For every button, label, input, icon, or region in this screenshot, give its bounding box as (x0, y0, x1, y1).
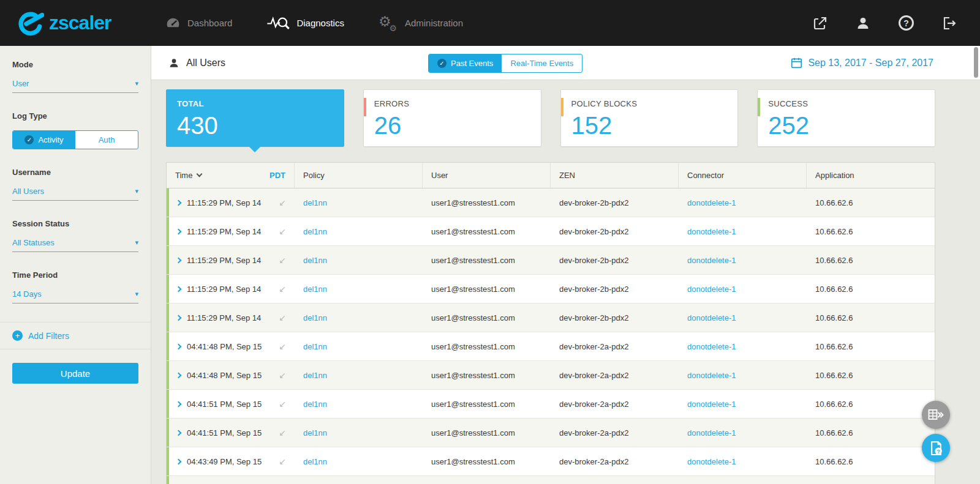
table-row[interactable]: 11:15:29 PM, Sep 14↙ del1nn user1@stress… (167, 217, 935, 246)
add-filters-button[interactable]: + Add Filters (0, 322, 151, 349)
past-events-tab[interactable]: ✓ Past Events (429, 54, 502, 72)
expand-chevron-icon[interactable] (176, 228, 182, 234)
table-row[interactable]: 11:15:29 PM, Sep 14↙ del1nn user1@stress… (167, 275, 935, 303)
stat-card-success[interactable]: SUCCESS 252 (757, 89, 935, 147)
log-type-auth-tab[interactable]: Auth (75, 131, 138, 149)
mode-value: User (12, 79, 29, 88)
table-row[interactable]: 04:41:51 PM, Sep 15↙ del1nn user1@stress… (167, 419, 935, 447)
stat-value: 26 (374, 113, 530, 138)
table-row[interactable]: 04:41:51 PM, Sep 15↙ del1nn user1@stress… (167, 390, 935, 419)
username-value: All Users (12, 187, 44, 196)
update-button[interactable]: Update (12, 363, 138, 384)
column-header-policy[interactable]: Policy (295, 163, 423, 188)
help-button[interactable]: ? (899, 15, 914, 31)
column-header-connector[interactable]: Connector (679, 163, 807, 188)
connector-link[interactable]: donotdelete-1 (687, 198, 736, 207)
connector-link[interactable]: donotdelete-1 (687, 313, 736, 322)
time-period-select[interactable]: 14 Days ▾ (12, 289, 138, 303)
cell-application: 10.66.62.6 (807, 332, 935, 360)
policy-link[interactable]: del1nn (303, 313, 327, 322)
connector-link[interactable]: donotdelete-1 (687, 457, 736, 466)
check-icon: ✓ (437, 59, 447, 68)
open-in-new-icon (813, 16, 827, 31)
cell-time: 11:15:29 PM, Sep 14↙ (167, 303, 295, 332)
table-row[interactable]: 11:15:29 PM, Sep 14↙ del1nn user1@stress… (167, 303, 935, 332)
cell-application: 10.66.62.6 (807, 303, 935, 332)
table-row[interactable]: 11:15:29 PM, Sep 14↙ del1nn user1@stress… (167, 246, 935, 275)
page-title: All Users (186, 58, 225, 69)
connector-link[interactable]: donotdelete-1 (687, 256, 736, 265)
user-icon (856, 16, 870, 31)
table-row[interactable]: 11:15:29 PM, Sep 14↙ del1nn user1@stress… (167, 188, 935, 217)
policy-link[interactable]: del1nn (303, 227, 327, 236)
table-row[interactable]: 04:41:48 PM, Sep 15↙ del1nn user1@stress… (167, 332, 935, 361)
expand-chevron-icon[interactable] (176, 458, 182, 464)
remote-assistance-button[interactable] (813, 16, 827, 31)
expand-chevron-icon[interactable] (176, 199, 182, 206)
username-select[interactable]: All Users ▾ (12, 187, 138, 201)
date-range-text: Sep 13, 2017 - Sep 27, 2017 (808, 58, 933, 69)
logout-icon (942, 16, 957, 31)
log-type-activity-tab[interactable]: ✓ Activity (13, 131, 75, 149)
export-panel-button[interactable] (922, 401, 950, 429)
success-accent-bar (758, 98, 760, 116)
cell-user: user1@stresstest1.com (423, 217, 551, 245)
nav-item-dashboard[interactable]: Dashboard (165, 15, 232, 31)
table-row[interactable]: 04:41:48 PM, Sep 15↙ del1nn user1@stress… (167, 361, 935, 390)
table-row-partial[interactable] (167, 476, 935, 484)
inbound-arrow-icon: ↙ (279, 226, 286, 236)
expand-chevron-icon[interactable] (176, 315, 182, 321)
nav-item-diagnostics[interactable]: Diagnostics (266, 15, 344, 31)
column-header-time[interactable]: Time PDT (167, 163, 295, 188)
inbound-arrow-icon: ↙ (279, 313, 286, 322)
expand-chevron-icon[interactable] (176, 286, 182, 292)
chevron-down-icon: ▾ (135, 187, 138, 195)
mode-label: Mode (12, 60, 138, 69)
expand-chevron-icon[interactable] (176, 430, 182, 436)
connector-link[interactable]: donotdelete-1 (687, 227, 736, 236)
nav-item-administration[interactable]: ⚙ ⚙ Administration (379, 15, 463, 31)
connector-link[interactable]: donotdelete-1 (687, 371, 736, 380)
connector-link[interactable]: donotdelete-1 (687, 342, 736, 351)
expand-chevron-icon[interactable] (176, 257, 182, 263)
column-header-user[interactable]: User (423, 163, 551, 188)
table-row[interactable]: 04:43:49 PM, Sep 15↙ del1nn user1@stress… (167, 447, 935, 476)
cell-user: user1@stresstest1.com (423, 419, 551, 447)
policy-link[interactable]: del1nn (303, 256, 327, 265)
top-navbar: zscaler Dashboard Diagnostics ⚙ ⚙ Admin (0, 0, 980, 46)
expand-chevron-icon[interactable] (176, 343, 182, 349)
cell-connector: donotdelete-1 (679, 419, 807, 447)
policy-link[interactable]: del1nn (303, 198, 327, 207)
account-button[interactable] (856, 16, 870, 31)
zscaler-logo[interactable]: zscaler (13, 10, 149, 36)
expand-chevron-icon[interactable] (176, 372, 182, 378)
policy-link[interactable]: del1nn (303, 457, 327, 466)
column-header-zen[interactable]: ZEN (551, 163, 679, 188)
session-status-select[interactable]: All Statuses ▾ (12, 238, 138, 252)
policy-link[interactable]: del1nn (303, 285, 327, 294)
expand-chevron-icon[interactable] (176, 401, 182, 407)
connector-link[interactable]: donotdelete-1 (687, 285, 736, 294)
connector-link[interactable]: donotdelete-1 (687, 428, 736, 437)
time-period-value: 14 Days (12, 289, 42, 299)
help-report-button[interactable]: ? (922, 434, 950, 462)
session-status-value: All Statuses (12, 238, 55, 247)
date-range-picker[interactable]: Sep 13, 2017 - Sep 27, 2017 (791, 57, 933, 69)
policy-link[interactable]: del1nn (303, 428, 327, 437)
connector-link[interactable]: donotdelete-1 (687, 400, 736, 409)
stat-card-total[interactable]: TOTAL 430 (166, 89, 344, 147)
stat-card-errors[interactable]: ERRORS 26 (363, 89, 541, 147)
policy-link[interactable]: del1nn (303, 371, 327, 380)
brand-name: zscaler (49, 12, 111, 34)
policy-link[interactable]: del1nn (303, 400, 327, 409)
cell-zen: dev-broker-2b-pdx2 (551, 246, 679, 274)
stat-card-policy-blocks[interactable]: POLICY BLOCKS 152 (560, 89, 739, 147)
policy-link[interactable]: del1nn (303, 342, 327, 351)
realtime-events-tab[interactable]: Real-Time Events (502, 54, 582, 72)
column-header-application[interactable]: Application (807, 163, 935, 188)
add-filters-label: Add Filters (28, 331, 69, 341)
cell-application: 10.66.62.6 (807, 275, 935, 303)
scrollbar-thumb[interactable] (974, 47, 978, 78)
logout-button[interactable] (942, 16, 957, 31)
mode-select[interactable]: User ▾ (12, 79, 138, 93)
